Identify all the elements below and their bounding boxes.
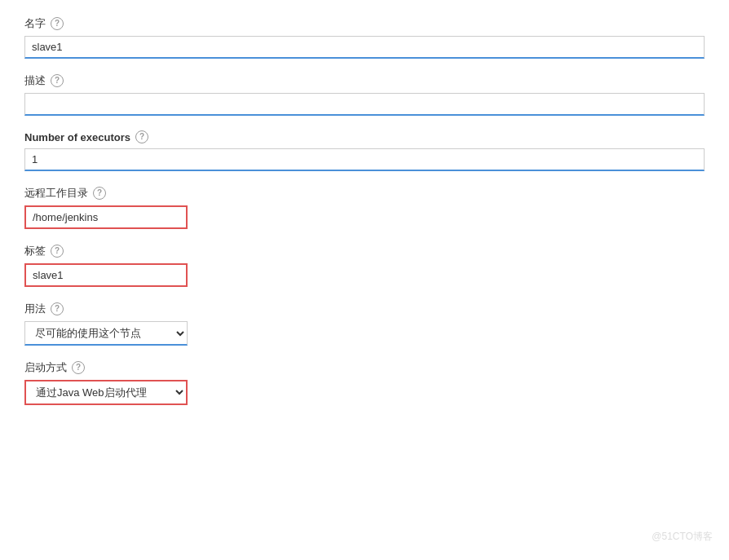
- usage-help-icon[interactable]: ?: [51, 302, 64, 315]
- description-label-text: 描述: [24, 73, 46, 88]
- executors-label-text: Number of executors: [24, 131, 130, 143]
- name-input[interactable]: [24, 36, 705, 59]
- name-group: 名字 ?: [24, 16, 705, 59]
- executors-input[interactable]: [24, 148, 705, 171]
- usage-select[interactable]: 尽可能的使用这个节点: [24, 321, 188, 346]
- tags-label-text: 标签: [24, 244, 46, 258]
- launch-select[interactable]: 通过Java Web启动代理: [24, 380, 188, 405]
- remote-dir-label: 远程工作目录 ?: [24, 186, 705, 201]
- remote-dir-input[interactable]: [24, 205, 188, 229]
- description-group: 描述 ?: [24, 73, 705, 116]
- tags-group: 标签 ?: [24, 244, 705, 287]
- tags-input[interactable]: [24, 263, 188, 287]
- usage-group: 用法 ? 尽可能的使用这个节点: [24, 302, 705, 346]
- usage-label-text: 用法: [24, 302, 46, 316]
- launch-group: 启动方式 ? 通过Java Web启动代理: [24, 360, 705, 405]
- remote-dir-label-text: 远程工作目录: [24, 186, 88, 201]
- description-label: 描述 ?: [24, 73, 705, 88]
- usage-label: 用法 ?: [24, 302, 705, 316]
- launch-label: 启动方式 ?: [24, 360, 705, 375]
- executors-group: Number of executors ?: [24, 130, 705, 171]
- remote-dir-group: 远程工作目录 ?: [24, 186, 705, 229]
- watermark: @51CTO博客: [652, 530, 713, 544]
- description-help-icon[interactable]: ?: [51, 74, 64, 87]
- description-input[interactable]: [24, 93, 705, 116]
- name-help-icon[interactable]: ?: [51, 17, 64, 30]
- tags-label: 标签 ?: [24, 244, 705, 258]
- launch-help-icon[interactable]: ?: [72, 361, 85, 374]
- name-label-text: 名字: [24, 16, 46, 31]
- tags-help-icon[interactable]: ?: [51, 245, 64, 258]
- name-label: 名字 ?: [24, 16, 705, 31]
- remote-dir-help-icon[interactable]: ?: [93, 187, 106, 200]
- launch-label-text: 启动方式: [24, 360, 67, 375]
- executors-help-icon[interactable]: ?: [135, 130, 148, 143]
- executors-label: Number of executors ?: [24, 130, 705, 143]
